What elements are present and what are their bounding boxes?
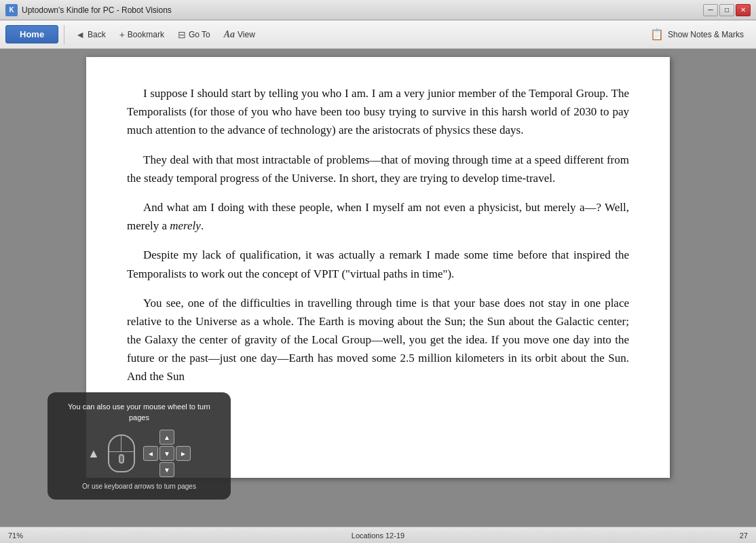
status-bar: 71% Locations 12-19 27 [0,527,756,543]
scroll-arrow-indicator: ▲ [88,447,100,461]
maximize-button[interactable]: □ [719,4,734,16]
reading-area: I suppose I should start by telling you … [0,49,756,527]
page-number: 27 [707,531,748,540]
zoom-level: 71% [8,531,49,540]
bookmark-label: Bookmark [128,30,164,39]
toolbar-divider-1 [64,25,64,44]
down-key: ▼ [159,446,174,461]
right-key: ► [176,446,191,461]
notes-icon: 📋 [650,28,664,41]
italic-word: merely [170,219,201,232]
home-button[interactable]: Home [5,25,58,43]
view-button[interactable]: Aa View [219,26,261,43]
mouse-body-icon [108,434,135,472]
location-info: Locations 12-19 [49,531,707,540]
mouse-right-button [121,436,134,451]
paragraph-1: I suppose I should start by telling you … [127,84,629,140]
arrow-row-up: ▲ [159,430,174,445]
back-button[interactable]: ◄ Back [70,26,111,43]
left-key: ◄ [143,446,158,461]
bookmark-button[interactable]: + Bookmark [114,26,170,43]
tooltip-top-text: You can also use your mouse wheel to tur… [58,402,220,423]
mouse-tooltip-overlay: You can also use your mouse wheel to tur… [48,392,231,500]
show-notes-label: Show Notes & Marks [668,30,744,39]
back-icon: ◄ [75,29,85,40]
arrow-row-middle: ◄ ▼ ► [143,446,191,461]
minimize-button[interactable]: ─ [703,4,718,16]
view-label: View [238,30,255,39]
goto-icon: ⊟ [178,29,186,40]
title-bar: K Uptodown's Kindle for PC - Robot Visio… [0,0,756,20]
close-button[interactable]: ✕ [736,4,751,16]
paragraph-3: And what am I doing with these people, w… [127,198,629,235]
goto-label: Go To [189,30,210,39]
view-icon: Aa [224,29,235,40]
bookmark-icon: + [119,29,125,40]
mouse-scroll-wheel [119,454,124,464]
paragraph-5: You see, one of the difficulties in trav… [127,294,629,386]
title-bar-text: Uptodown's Kindle for PC - Robot Visions [22,5,703,15]
tooltip-bottom-text: Or use keyboard arrows to turn pages [58,483,220,490]
arrow-keys-diagram: ▲ ◄ ▼ ► ▼ [143,430,191,477]
goto-button[interactable]: ⊟ Go To [172,26,216,43]
back-label: Back [88,30,106,39]
up-key: ▲ [159,430,174,445]
mouse-buttons [109,436,134,452]
paragraph-2: They deal with that most intractable of … [127,151,629,187]
extra-key: ▼ [159,462,174,477]
show-notes-button[interactable]: 📋 Show Notes & Marks [643,25,751,43]
mouse-diagram: ▲ ▲ ◄ ▼ ► ▼ [58,430,220,477]
window-controls: ─ □ ✕ [703,4,751,16]
paragraph-4: Despite my lack of qualification, it was… [127,246,629,282]
scroll-up-arrow: ▲ [88,447,100,461]
arrow-row-down: ▼ [159,462,174,477]
app-icon: K [5,4,18,16]
toolbar: Home ◄ Back + Bookmark ⊟ Go To Aa View 📋… [0,20,756,49]
mouse-left-button [109,436,122,451]
